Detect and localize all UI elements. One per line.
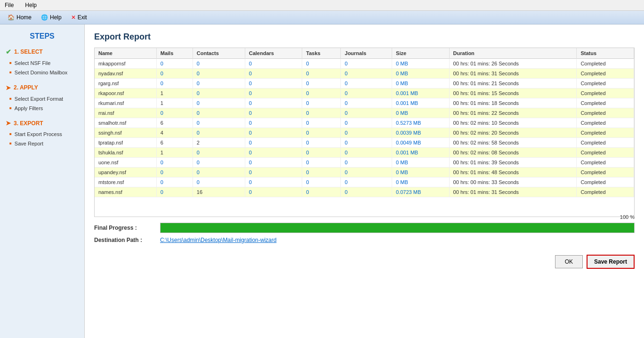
table-cell: 0	[302, 177, 341, 187]
table-cell: 0	[156, 168, 193, 177]
table-row: ssingh.nsf400000.0039 MB00 hrs: 02 mins:…	[95, 128, 634, 138]
toolbar-help-button[interactable]: 🌐 Help	[37, 13, 65, 22]
table-header-row: Name Mails Contacts Calendars Tasks Jour…	[95, 48, 634, 59]
table-cell: 0	[156, 187, 193, 197]
menu-bar: File Help	[0, 0, 644, 11]
col-calendars: Calendars	[245, 48, 302, 59]
table-cell: 0 MB	[392, 79, 450, 89]
table-cell: mtstore.nsf	[95, 177, 156, 187]
table-cell-status: Completed	[577, 128, 634, 138]
table-cell: 0.0049 MB	[392, 138, 450, 148]
destination-label: Destination Path :	[94, 237, 160, 243]
bullet-icon: ■	[9, 70, 12, 75]
table-cell-status: Completed	[577, 89, 634, 98]
table-cell: 4	[156, 128, 193, 138]
table-cell: 0	[341, 108, 392, 118]
sidebar-item-save-report[interactable]: ■ Save Report	[6, 139, 79, 148]
destination-path[interactable]: C:\Users\admin\Desktop\Mail-migration-wi…	[160, 237, 276, 243]
table-cell-status: Completed	[577, 98, 634, 108]
toolbar-home-button[interactable]: 🏠 Home	[4, 13, 35, 22]
table-cell: 2	[193, 138, 245, 148]
table-cell: 0 MB	[392, 158, 450, 168]
table-cell-status: Completed	[577, 158, 634, 168]
sidebar-item-apply-filters[interactable]: ■ Apply Filters	[6, 104, 79, 113]
table-cell: 0	[341, 138, 392, 148]
table-cell: 0	[341, 177, 392, 187]
table-cell-duration: 00 hrs: 01 mins: 18 Seconds	[449, 98, 577, 108]
table-cell: 6	[156, 138, 193, 148]
table-cell: rgarg.nsf	[95, 79, 156, 89]
destination-row: Destination Path : C:\Users\admin\Deskto…	[94, 237, 635, 243]
table-cell: 0 MB	[392, 177, 450, 187]
table-row: smalhotr.nsf600000.5273 MB00 hrs: 02 min…	[95, 118, 634, 128]
col-duration: Duration	[449, 48, 577, 59]
sidebar-item-export-format[interactable]: ■ Select Export Format	[6, 94, 79, 104]
table-cell: 0	[245, 138, 302, 148]
table-cell-duration: 00 hrs: 01 mins: 31 Seconds	[449, 69, 577, 79]
table-cell: 1	[156, 89, 193, 98]
table-cell: 0	[341, 148, 392, 158]
table-cell-duration: 00 hrs: 01 mins: 21 Seconds	[449, 79, 577, 89]
progress-percent: 100 %	[620, 214, 635, 220]
exit-icon: ✕	[71, 14, 76, 21]
save-report-button[interactable]: Save Report	[587, 255, 635, 269]
export-table-container[interactable]: Name Mails Contacts Calendars Tasks Jour…	[94, 48, 635, 217]
table-cell: 0 MB	[392, 168, 450, 177]
table-cell-status: Completed	[577, 118, 634, 128]
table-cell-duration: 00 hrs: 01 mins: 31 Seconds	[449, 187, 577, 197]
table-cell: 0	[245, 79, 302, 89]
table-cell: smalhotr.nsf	[95, 118, 156, 128]
bullet-icon: ■	[9, 141, 12, 146]
progress-bar-wrapper: 100 %	[160, 223, 635, 233]
table-cell-duration: 00 hrs: 02 mins: 58 Seconds	[449, 138, 577, 148]
table-cell: 0	[193, 98, 245, 108]
table-cell: 0	[193, 158, 245, 168]
table-cell: 0	[193, 128, 245, 138]
sidebar: STEPS ✔ 1. SELECT ■ Select NSF File ■ Se…	[0, 24, 85, 338]
table-cell-status: Completed	[577, 79, 634, 89]
table-cell: 0	[156, 69, 193, 79]
table-cell: 0	[341, 69, 392, 79]
table-cell: 16	[193, 187, 245, 197]
progress-row: Final Progress : 100 %	[94, 223, 635, 233]
table-cell: uone.nsf	[95, 158, 156, 168]
table-row: rrai.nsf000000 MB00 hrs: 01 mins: 22 Sec…	[95, 108, 634, 118]
table-cell-status: Completed	[577, 108, 634, 118]
sidebar-item-start-export[interactable]: ■ Start Export Process	[6, 129, 79, 139]
table-cell: 6	[156, 118, 193, 128]
table-cell-status: Completed	[577, 138, 634, 148]
table-cell: 0	[156, 79, 193, 89]
step3-label: 3. EXPORT	[14, 120, 43, 127]
toolbar-exit-button[interactable]: ✕ Exit	[67, 13, 91, 22]
table-cell: 0.001 MB	[392, 148, 450, 158]
export-report-title: Export Report	[94, 32, 635, 42]
table-row: tshukla.nsf100000.001 MB00 hrs: 02 mins:…	[95, 148, 634, 158]
table-cell: tpratap.nsf	[95, 138, 156, 148]
table-cell: 0	[193, 69, 245, 79]
table-cell: 0	[341, 187, 392, 197]
table-cell: 0	[302, 59, 341, 69]
table-cell: 0	[245, 59, 302, 69]
table-cell: 0.5273 MB	[392, 118, 450, 128]
table-cell: 0	[193, 79, 245, 89]
table-cell: 0	[156, 108, 193, 118]
bullet-icon: ■	[9, 97, 12, 101]
bullet-icon: ■	[9, 61, 12, 65]
bottom-section: Final Progress : 100 % Destination Path …	[94, 223, 635, 247]
menu-file[interactable]: File	[3, 1, 16, 9]
ok-button[interactable]: OK	[555, 255, 583, 268]
table-cell: 0	[341, 98, 392, 108]
table-cell: 0	[245, 148, 302, 158]
menu-help[interactable]: Help	[23, 1, 39, 9]
table-row: rgarg.nsf000000 MB00 hrs: 01 mins: 21 Se…	[95, 79, 634, 89]
step2-arrow-icon: ➤	[6, 84, 11, 91]
table-cell: 0	[193, 59, 245, 69]
table-cell: 0	[302, 98, 341, 108]
sidebar-item-select-domino[interactable]: ■ Select Domino Mailbox	[6, 68, 79, 77]
table-body: mkappornsf000000 MB00 hrs: 01 mins: 26 S…	[95, 59, 634, 197]
step3-section: ➤ 3. EXPORT ■ Start Export Process ■ Sav…	[6, 120, 79, 149]
table-row: upandey.nsf000000 MB00 hrs: 01 mins: 48 …	[95, 168, 634, 177]
table-cell: 1	[156, 98, 193, 108]
sidebar-item-select-nsf[interactable]: ■ Select NSF File	[6, 58, 79, 68]
table-cell: 0 MB	[392, 108, 450, 118]
